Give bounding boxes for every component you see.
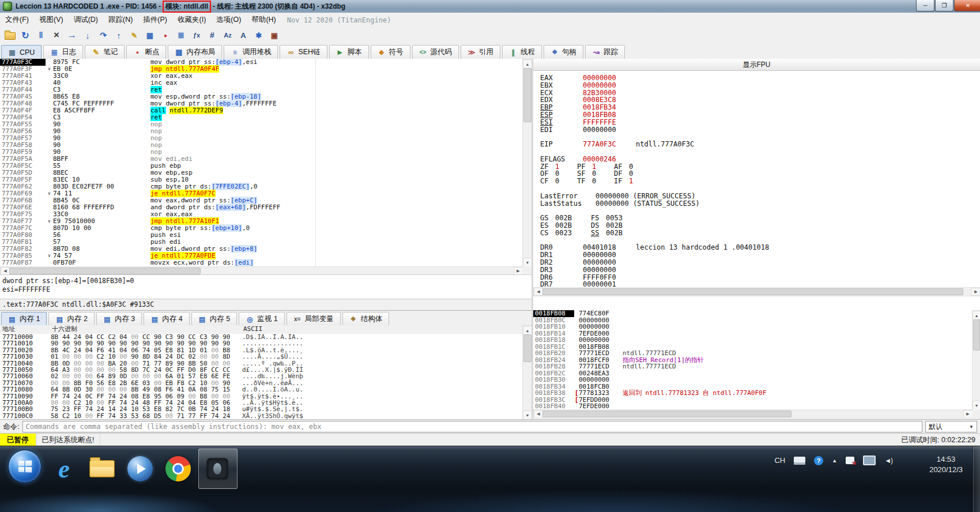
view-tab-script-7[interactable]: ▶脚本 — [329, 45, 369, 59]
register-row[interactable]: DR000401018leccion 13 hardcoded 1 .00401… — [540, 243, 980, 251]
stack-vertical-scrollbar[interactable]: ▲ ▼ — [972, 310, 980, 411]
dump-tab-memory-0[interactable]: ▤内存 1 — [1, 312, 47, 326]
menu-debug[interactable]: 调试(D) — [69, 13, 103, 27]
scroll-left-arrow[interactable]: ◀ — [534, 410, 543, 418]
scroll-thumb[interactable] — [9, 268, 201, 274]
dump-tab-watch-5[interactable]: ◎监视 1 — [239, 312, 284, 326]
dump-tab-memory-3[interactable]: ▤内存 4 — [144, 312, 189, 326]
breakpoint-icon[interactable]: ● — [159, 28, 172, 42]
stack-row[interactable]: 0018FB20 77771ECDntdll.77771ECD — [533, 350, 972, 357]
view-tab-handles-12[interactable]: ❖句柄 — [544, 45, 583, 59]
step-into-icon[interactable]: ↓ — [81, 28, 95, 42]
register-row[interactable]: LastError00000000 (ERROR_SUCCESS) — [540, 192, 980, 199]
menu-favourites[interactable]: 收藏夹(I) — [172, 13, 211, 27]
memory-map-icon[interactable]: ▦ — [143, 28, 157, 42]
keyboard-icon[interactable] — [794, 457, 805, 465]
disasm-row[interactable]: 777A0F8056push esi — [0, 232, 522, 239]
scroll-left-arrow[interactable]: ◀ — [534, 288, 543, 296]
register-row[interactable]: GS002BFS0053 — [540, 214, 980, 221]
disasm-row[interactable]: 777A0F62803D EC02FE7F 00cmp byte ptr ds:… — [0, 183, 522, 190]
hash-icon[interactable]: # — [205, 28, 219, 42]
menu-plugins[interactable]: 插件(P) — [138, 13, 172, 27]
register-row[interactable]: CS0023SS002B — [540, 229, 980, 236]
register-row[interactable]: LastStatus00000000 (STATUS_SUCCESS) — [540, 199, 980, 207]
register-row[interactable]: ESIFFFFFFFE — [540, 118, 980, 126]
register-row[interactable]: ES002BDS002B — [540, 221, 980, 229]
stack-row[interactable]: 0018FB40 7EFDE000 — [533, 403, 972, 409]
disasm-row[interactable]: 777A0F5890nop — [0, 142, 522, 149]
view-tab-notes-2[interactable]: ✎笔记 — [85, 45, 125, 59]
stack-row[interactable]: 0018FB10 00000000 — [533, 323, 972, 330]
view-tab-call-stack-5[interactable]: ≡调用堆栈 — [224, 45, 278, 59]
register-row[interactable]: DR6FFFF0FF0 — [540, 273, 980, 281]
scroll-thumb[interactable] — [523, 68, 532, 122]
disasm-row[interactable]: 777A0F5C55push ebp — [0, 163, 522, 170]
register-row[interactable]: EBX00000000 — [540, 81, 980, 89]
disasm-row[interactable]: 777A0F4FE8 A5CFF8FFcall ntdll.7772DEF9 — [0, 107, 522, 114]
register-row[interactable]: ECX82B30000 — [540, 89, 980, 96]
disasm-row[interactable]: 777A0F3C8975 FCmov dword ptr ss:[ebp-4],… — [0, 59, 522, 66]
register-row[interactable]: CF0TF0IF1 — [540, 177, 980, 185]
register-row[interactable]: EIP777A0F3Cntdll.777A0F3C — [540, 140, 980, 148]
menu-file[interactable]: 文件(F) — [0, 13, 34, 27]
taskbar-item-explorer[interactable] — [86, 453, 118, 484]
register-row[interactable]: EDX0008E3C8 — [540, 96, 980, 103]
scroll-down-arrow[interactable]: ▼ — [973, 401, 980, 410]
disasm-row[interactable]: 777A0F5990nop — [0, 149, 522, 156]
taskbar-item-x32dbg[interactable] — [202, 453, 233, 484]
stack-pane[interactable]: 0018FB08 774EC80F0018FB0C 000000000018FB… — [533, 310, 972, 409]
register-row[interactable]: EBP0018FB34 — [540, 103, 980, 111]
disasm-row[interactable]: 777A0F6E8160 68 FFFEFFFDand dword ptr ds… — [0, 204, 522, 211]
step-over-icon[interactable]: ↷ — [96, 28, 110, 42]
disasm-row[interactable]: 777A0F5590nop — [0, 121, 522, 128]
stack-row[interactable]: 0018FB18 00000000 — [533, 337, 972, 344]
stop-icon[interactable]: × — [50, 28, 63, 42]
disasm-row[interactable]: 777A0F5690nop — [0, 128, 522, 135]
register-row[interactable]: DR300000000 — [540, 266, 980, 273]
register-row[interactable]: EDI00000000 — [540, 126, 980, 133]
register-row[interactable]: ZF1PF1AF0 — [540, 163, 980, 170]
scroll-up-arrow[interactable]: ▲ — [523, 326, 532, 335]
scroll-right-arrow[interactable]: ▶ — [971, 288, 980, 296]
disasm-row[interactable]: 777A0F54C3ret — [0, 114, 522, 121]
stack-row[interactable]: 0018FB28 77771ECDntdll.77771ECD — [533, 363, 972, 370]
disasm-row[interactable]: 777A0F85∨74 57je ntdll.777A0FDE — [0, 253, 522, 259]
disasm-row[interactable]: 777A0F4133C0xor eax,eax — [0, 73, 522, 80]
view-tab-cpu-0[interactable]: ▦CPU — [1, 45, 42, 59]
fx-icon[interactable]: ƒx — [190, 28, 203, 42]
display-icon[interactable] — [863, 455, 876, 465]
register-row[interactable]: DR100000000 — [540, 251, 980, 258]
stack-row[interactable]: 0018FB38[77781323返回到 ntdll.77781323 自 nt… — [533, 390, 972, 397]
menu-options[interactable]: 选项(O) — [211, 13, 246, 27]
view-tab-references-10[interactable]: ≫引用 — [461, 45, 500, 59]
dump-row[interactable]: 777100C058 C2 10 00 FF 74 33 53 68 D5 00… — [0, 413, 522, 419]
step-out-icon[interactable]: ↑ — [112, 28, 126, 42]
scroll-thumb[interactable] — [973, 319, 980, 351]
show-fpu-button[interactable]: 显示FPU — [533, 59, 980, 71]
pause-icon[interactable]: ‖ — [34, 28, 48, 42]
disasm-row[interactable]: 777A0F870FB70Fmovzx ecx,word ptr ds:[edi… — [0, 259, 522, 266]
pane-divider[interactable] — [532, 59, 533, 419]
log-icon[interactable]: ≣ — [174, 28, 188, 42]
scroll-up-arrow[interactable]: ▲ — [973, 311, 980, 320]
taskbar-item-chrome[interactable] — [163, 453, 194, 484]
maximize-button[interactable]: ❐ — [935, 0, 953, 12]
volume-icon[interactable]: ◄) — [884, 457, 892, 465]
registers-horizontal-scrollbar[interactable]: ◀ ▶ — [533, 287, 980, 296]
plugins-icon[interactable]: ▣ — [267, 28, 281, 42]
open-file-icon[interactable] — [3, 28, 17, 42]
view-tab-threads-11[interactable]: ∥线程 — [502, 45, 542, 59]
view-tab-trace-13[interactable]: ↝跟踪 — [585, 45, 625, 59]
taskbar-clock[interactable]: 14:53 2020/12/3 — [929, 454, 963, 475]
scroll-down-arrow[interactable]: ▼ — [523, 411, 532, 420]
menu-trace[interactable]: 跟踪(N) — [103, 13, 138, 27]
help-icon[interactable]: ? — [814, 456, 823, 465]
az-icon[interactable]: Az — [221, 28, 235, 42]
disasm-row[interactable]: 777A0F828B7D 08mov edi,dword ptr ss:[ebp… — [0, 246, 522, 253]
register-row[interactable]: OF0SF0DF0 — [540, 170, 980, 177]
disasm-row[interactable]: 777A0F3F∨EB 0Ejmp ntdll.777A0F4F — [0, 66, 522, 73]
settings-icon[interactable]: ✱ — [252, 28, 266, 42]
register-row[interactable]: EAX00000000 — [540, 74, 980, 81]
menu-view[interactable]: 视图(V) — [34, 13, 69, 27]
memory-dump-pane[interactable]: 777100008B 44 24 04 CC C2 04 00 CC 90 C3… — [0, 334, 522, 419]
